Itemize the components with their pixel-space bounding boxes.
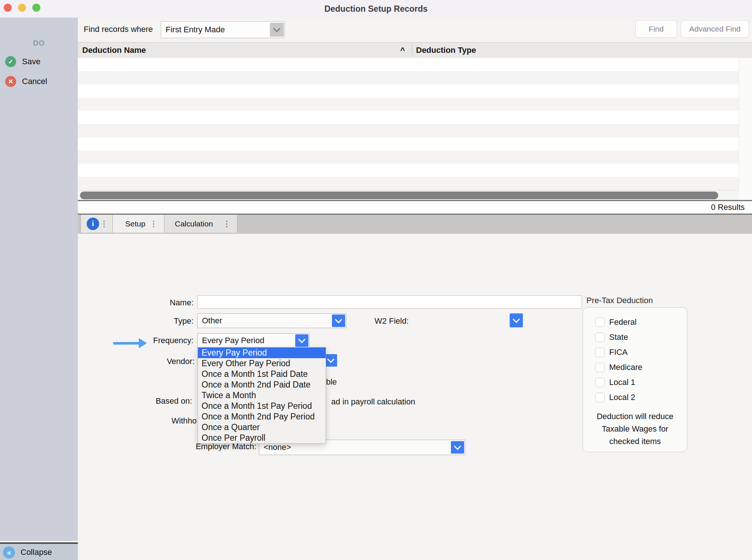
pretax-option-row: State — [595, 332, 628, 343]
pretax-option-row: Medicare — [595, 362, 642, 373]
checkbox-label: Federal — [609, 317, 637, 327]
checkbox-label: State — [609, 332, 628, 342]
frequency-value: Every Pay Period — [198, 336, 295, 345]
title-bar: Deduction Setup Records — [0, 0, 752, 18]
frequency-option[interactable]: Once a Month 1st Pay Period — [198, 401, 326, 411]
chevron-down-icon[interactable] — [451, 441, 464, 454]
find-button[interactable]: Find — [635, 20, 677, 38]
find-records-where-label: Find records where — [84, 25, 153, 34]
main-area: Find records where First Entry Made Find… — [78, 18, 752, 560]
collapse-chevrons-icon: « — [3, 546, 15, 559]
frequency-option[interactable]: Once a Month 2nd Paid Date — [198, 379, 326, 390]
checkbox-unchecked[interactable] — [595, 378, 605, 387]
checkbox-label: Medicare — [609, 363, 642, 372]
sort-ascending-icon[interactable]: ^ — [400, 43, 405, 58]
checkbox-label: Local 2 — [609, 393, 635, 402]
tab-info[interactable]: i ⋮ — [80, 215, 113, 233]
pretax-option-row: Local 1 — [595, 377, 635, 388]
table-header: Deduction Name ^ Deduction Type — [78, 42, 752, 58]
checkbox-unchecked[interactable] — [595, 393, 605, 402]
checkbox-label: Local 1 — [609, 378, 635, 387]
frequency-option[interactable]: Twice a Month — [198, 390, 326, 401]
tab-bar: i ⋮ Setup ⋮ Calculation ⋮ — [78, 215, 752, 234]
pretax-deduction-title: Pre-Tax Deduction — [586, 296, 653, 305]
advanced-find-button[interactable]: Advanced Find — [681, 20, 749, 38]
taxable-label-fragment: ble — [326, 377, 337, 387]
frequency-option[interactable]: Once a Quarter — [198, 422, 326, 433]
checkbox-unchecked[interactable] — [595, 317, 605, 327]
withholding-label-fragment: Withho — [171, 416, 196, 426]
pretax-deduction-panel: FederalStateFICAMedicareLocal 1Local 2 D… — [583, 307, 687, 452]
checkbox-unchecked[interactable] — [595, 332, 605, 342]
frequency-label: Frequency: — [113, 336, 194, 345]
pretax-note-line: Taxable Wages for — [583, 423, 687, 435]
checkbox-unchecked[interactable] — [595, 348, 605, 357]
frequency-option[interactable]: Every Other Pay Period — [198, 358, 326, 369]
find-where-dropdown[interactable]: First Entry Made — [161, 21, 285, 38]
frequency-option[interactable]: Once a Month 1st Paid Date — [198, 369, 326, 379]
column-header-deduction-type[interactable]: Deduction Type — [416, 43, 476, 58]
results-table-body[interactable] — [78, 58, 739, 190]
vendor-dropdown-button[interactable] — [325, 354, 337, 367]
cancel-x-icon: ✕ — [5, 76, 16, 87]
tab-setup-label: Setup — [125, 219, 145, 228]
checkbox-label: FICA — [609, 348, 628, 357]
type-label: Type: — [113, 316, 194, 326]
frequency-dropdown-list: Every Pay PeriodEvery Other Pay PeriodOn… — [198, 347, 326, 444]
name-label: Name: — [113, 298, 194, 308]
app-window: Deduction Setup Records DO ✓ Save ✕ Canc… — [0, 0, 752, 560]
results-count: 0 Results — [711, 201, 745, 214]
pretax-option-row: FICA — [595, 347, 628, 358]
frequency-option[interactable]: Every Pay Period — [198, 348, 326, 358]
collapse-bar[interactable]: « Collapse — [0, 542, 78, 560]
chevron-down-icon[interactable] — [270, 23, 284, 37]
find-where-value: First Entry Made — [161, 25, 270, 34]
tab-menu-dots-icon[interactable]: ⋮ — [100, 219, 108, 228]
column-header-deduction-name[interactable]: Deduction Name — [82, 43, 146, 58]
collapse-label: Collapse — [21, 544, 52, 560]
tab-menu-dots-icon[interactable]: ⋮ — [150, 219, 158, 228]
info-icon: i — [87, 218, 99, 230]
frequency-option[interactable]: Once a Month 2nd Pay Period — [198, 411, 326, 422]
horizontal-scrollbar-thumb[interactable] — [80, 192, 718, 199]
type-value: Other — [198, 316, 332, 326]
window-title: Deduction Setup Records — [0, 0, 752, 18]
chevron-down-icon — [327, 356, 335, 363]
save-button[interactable]: ✓ Save — [5, 56, 40, 68]
tab-calculation-label: Calculation — [175, 219, 213, 228]
pretax-option-row: Federal — [595, 317, 637, 328]
vertical-scrollbar-gutter — [739, 58, 752, 190]
save-check-icon: ✓ — [5, 56, 16, 67]
cancel-label: Cancel — [22, 77, 47, 86]
tab-menu-dots-icon[interactable]: ⋮ — [223, 219, 231, 228]
tab-calculation[interactable]: Calculation ⋮ — [164, 215, 238, 233]
scrollbar-corner — [739, 190, 752, 200]
pretax-note-line: Deduction will reduce — [583, 410, 687, 423]
horizontal-scrollbar-track[interactable] — [78, 190, 739, 200]
chevron-down-icon[interactable] — [295, 334, 308, 347]
save-label: Save — [22, 57, 40, 66]
frequency-option[interactable]: Once Per Payroll — [198, 433, 326, 443]
based-on-label: Based on: — [111, 396, 192, 406]
w2-field-label: W2 Field: — [328, 316, 409, 326]
chevron-down-icon — [513, 316, 520, 323]
name-input[interactable] — [197, 295, 582, 309]
frequency-dropdown[interactable]: Every Pay Period — [197, 333, 310, 348]
w2-field-dropdown-button[interactable] — [510, 313, 523, 327]
column-divider — [412, 44, 412, 57]
pretax-option-row: Local 2 — [595, 392, 635, 403]
payroll-calculation-label-fragment: ad in payroll calculation — [331, 397, 415, 407]
cancel-button[interactable]: ✕ Cancel — [5, 76, 47, 87]
employer-match-value: <none> — [259, 443, 451, 452]
vendor-label: Vendor: — [114, 357, 195, 366]
pretax-note-line: checked items — [583, 435, 687, 448]
checkbox-unchecked[interactable] — [595, 363, 605, 372]
sidebar-header: DO — [0, 39, 78, 47]
sidebar: DO ✓ Save ✕ Cancel — [0, 18, 78, 541]
results-strip: 0 Results — [78, 200, 752, 215]
pretax-note: Deduction will reduce Taxable Wages for … — [583, 410, 687, 448]
tab-setup[interactable]: Setup ⋮ — [113, 215, 164, 233]
type-dropdown[interactable]: Other — [197, 313, 346, 328]
